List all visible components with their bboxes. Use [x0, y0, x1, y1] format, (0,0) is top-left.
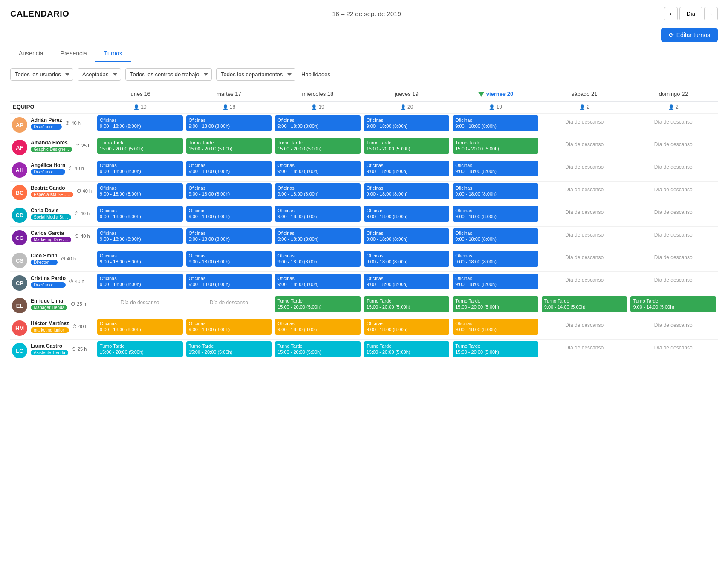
shift-block-9-0[interactable]: Oficinas 9:00 - 18:00 (8:00h) [97, 319, 183, 335]
shift-block-4-4[interactable]: Oficinas 9:00 - 18:00 (8:00h) [453, 206, 538, 222]
shift-block-0-1[interactable]: Oficinas 9:00 - 18:00 (8:00h) [186, 115, 272, 131]
shift-block-1-2[interactable]: Turno Tarde 15:00 - 20:00 (5:00h) [275, 138, 361, 154]
shift-cell-7-2[interactable]: Oficinas 9:00 - 18:00 (8:00h) [273, 272, 362, 294]
edit-turnos-button[interactable]: ⟳ Editar turnos [661, 28, 718, 42]
shift-cell-6-1[interactable]: Oficinas 9:00 - 18:00 (8:00h) [185, 249, 274, 272]
shift-block-3-0[interactable]: Oficinas 9:00 - 18:00 (8:00h) [97, 183, 183, 199]
shift-cell-1-3[interactable]: Turno Tarde 15:00 - 20:00 (5:00h) [362, 136, 451, 159]
shift-block-3-2[interactable]: Oficinas 9:00 - 18:00 (8:00h) [275, 183, 361, 199]
shift-block-6-0[interactable]: Oficinas 9:00 - 18:00 (8:00h) [97, 251, 183, 267]
shift-cell-1-2[interactable]: Turno Tarde 15:00 - 20:00 (5:00h) [273, 136, 362, 159]
shift-cell-2-4[interactable]: Oficinas 9:00 - 18:00 (8:00h) [451, 159, 540, 182]
shift-block-8-3[interactable]: Turno Tarde 15:00 - 20:00 (5:00h) [364, 296, 450, 312]
shift-block-2-0[interactable]: Oficinas 9:00 - 18:00 (8:00h) [97, 161, 183, 176]
shift-block-10-4[interactable]: Turno Tarde 15:00 - 20:00 (5:00h) [453, 341, 538, 357]
shift-block-2-2[interactable]: Oficinas 9:00 - 18:00 (8:00h) [275, 161, 361, 176]
shift-cell-7-0[interactable]: Oficinas 9:00 - 18:00 (8:00h) [95, 272, 185, 294]
shift-cell-1-1[interactable]: Turno Tarde 15:00 - 20:00 (5:00h) [185, 136, 274, 159]
shift-block-3-1[interactable]: Oficinas 9:00 - 18:00 (8:00h) [186, 183, 272, 199]
shift-block-1-4[interactable]: Turno Tarde 15:00 - 20:00 (5:00h) [453, 138, 538, 154]
shift-block-2-3[interactable]: Oficinas 9:00 - 18:00 (8:00h) [364, 161, 450, 176]
shift-cell-6-3[interactable]: Oficinas 9:00 - 18:00 (8:00h) [362, 249, 451, 272]
shift-block-6-1[interactable]: Oficinas 9:00 - 18:00 (8:00h) [186, 251, 272, 267]
shift-block-0-2[interactable]: Oficinas 9:00 - 18:00 (8:00h) [275, 115, 361, 131]
shift-block-6-3[interactable]: Oficinas 9:00 - 18:00 (8:00h) [364, 251, 450, 267]
shift-cell-4-1[interactable]: Oficinas 9:00 - 18:00 (8:00h) [185, 204, 274, 227]
shift-cell-1-0[interactable]: Turno Tarde 15:00 - 20:00 (5:00h) [95, 136, 185, 159]
tab-ausencia[interactable]: Ausencia [10, 46, 52, 62]
shift-cell-2-1[interactable]: Oficinas 9:00 - 18:00 (8:00h) [185, 159, 274, 182]
shift-block-3-4[interactable]: Oficinas 9:00 - 18:00 (8:00h) [453, 183, 538, 199]
shift-block-9-3[interactable]: Oficinas 9:00 - 18:00 (8:00h) [364, 319, 450, 335]
shift-block-2-4[interactable]: Oficinas 9:00 - 18:00 (8:00h) [453, 161, 538, 176]
shift-cell-5-2[interactable]: Oficinas 9:00 - 18:00 (8:00h) [273, 227, 362, 249]
shift-block-10-0[interactable]: Turno Tarde 15:00 - 20:00 (5:00h) [97, 341, 183, 357]
shift-cell-3-0[interactable]: Oficinas 9:00 - 18:00 (8:00h) [95, 182, 185, 204]
shift-block-1-1[interactable]: Turno Tarde 15:00 - 20:00 (5:00h) [186, 138, 272, 154]
shift-cell-9-0[interactable]: Oficinas 9:00 - 18:00 (8:00h) [95, 317, 185, 340]
shift-cell-3-4[interactable]: Oficinas 9:00 - 18:00 (8:00h) [451, 182, 540, 204]
shift-cell-7-3[interactable]: Oficinas 9:00 - 18:00 (8:00h) [362, 272, 451, 294]
shift-cell-8-3[interactable]: Turno Tarde 15:00 - 20:00 (5:00h) [362, 294, 451, 317]
shift-cell-0-1[interactable]: Oficinas 9:00 - 18:00 (8:00h) [185, 114, 274, 136]
shift-cell-4-0[interactable]: Oficinas 9:00 - 18:00 (8:00h) [95, 204, 185, 227]
skills-filter[interactable]: Habilidades [300, 69, 332, 80]
shift-block-3-3[interactable]: Oficinas 9:00 - 18:00 (8:00h) [364, 183, 450, 199]
shift-block-7-1[interactable]: Oficinas 9:00 - 18:00 (8:00h) [186, 274, 272, 289]
shift-cell-3-1[interactable]: Oficinas 9:00 - 18:00 (8:00h) [185, 182, 274, 204]
shift-cell-10-3[interactable]: Turno Tarde 15:00 - 20:00 (5:00h) [362, 340, 451, 362]
shift-block-9-1[interactable]: Oficinas 9:00 - 18:00 (8:00h) [186, 319, 272, 335]
shift-cell-2-2[interactable]: Oficinas 9:00 - 18:00 (8:00h) [273, 159, 362, 182]
shift-cell-0-3[interactable]: Oficinas 9:00 - 18:00 (8:00h) [362, 114, 451, 136]
shift-cell-4-4[interactable]: Oficinas 9:00 - 18:00 (8:00h) [451, 204, 540, 227]
day-button[interactable]: Día [679, 7, 702, 20]
shift-cell-10-0[interactable]: Turno Tarde 15:00 - 20:00 (5:00h) [95, 340, 185, 362]
shift-block-7-2[interactable]: Oficinas 9:00 - 18:00 (8:00h) [275, 274, 361, 289]
shift-block-6-2[interactable]: Oficinas 9:00 - 18:00 (8:00h) [275, 251, 361, 267]
status-filter[interactable]: Aceptadas [78, 68, 121, 81]
departments-filter[interactable]: Todos los departamentos [216, 68, 295, 81]
shift-block-8-2[interactable]: Turno Tarde 15:00 - 20:00 (5:00h) [275, 296, 361, 312]
shift-block-7-4[interactable]: Oficinas 9:00 - 18:00 (8:00h) [453, 274, 538, 289]
shift-cell-6-0[interactable]: Oficinas 9:00 - 18:00 (8:00h) [95, 249, 185, 272]
shift-block-1-3[interactable]: Turno Tarde 15:00 - 20:00 (5:00h) [364, 138, 450, 154]
shift-cell-7-1[interactable]: Oficinas 9:00 - 18:00 (8:00h) [185, 272, 274, 294]
shift-block-5-1[interactable]: Oficinas 9:00 - 18:00 (8:00h) [186, 228, 272, 244]
shift-cell-3-2[interactable]: Oficinas 9:00 - 18:00 (8:00h) [273, 182, 362, 204]
shift-block-4-0[interactable]: Oficinas 9:00 - 18:00 (8:00h) [97, 206, 183, 222]
shift-block-10-1[interactable]: Turno Tarde 15:00 - 20:00 (5:00h) [186, 341, 272, 357]
shift-cell-6-2[interactable]: Oficinas 9:00 - 18:00 (8:00h) [273, 249, 362, 272]
shift-cell-7-4[interactable]: Oficinas 9:00 - 18:00 (8:00h) [451, 272, 540, 294]
shift-cell-10-4[interactable]: Turno Tarde 15:00 - 20:00 (5:00h) [451, 340, 540, 362]
shift-block-10-3[interactable]: Turno Tarde 15:00 - 20:00 (5:00h) [364, 341, 450, 357]
next-button[interactable]: › [704, 7, 718, 20]
shift-cell-4-2[interactable]: Oficinas 9:00 - 18:00 (8:00h) [273, 204, 362, 227]
shift-block-8-5[interactable]: Turno Tarde 9:00 - 14:00 (5:00h) [542, 296, 627, 312]
shift-cell-9-2[interactable]: Oficinas 9:00 - 18:00 (8:00h) [273, 317, 362, 340]
shift-cell-5-4[interactable]: Oficinas 9:00 - 18:00 (8:00h) [451, 227, 540, 249]
shift-cell-5-3[interactable]: Oficinas 9:00 - 18:00 (8:00h) [362, 227, 451, 249]
shift-cell-2-3[interactable]: Oficinas 9:00 - 18:00 (8:00h) [362, 159, 451, 182]
shift-cell-3-3[interactable]: Oficinas 9:00 - 18:00 (8:00h) [362, 182, 451, 204]
shift-block-8-4[interactable]: Turno Tarde 15:00 - 20:00 (5:00h) [453, 296, 538, 312]
shift-cell-0-0[interactable]: Oficinas 9:00 - 18:00 (8:00h) [95, 114, 185, 136]
shift-block-5-4[interactable]: Oficinas 9:00 - 18:00 (8:00h) [453, 228, 538, 244]
shift-block-2-1[interactable]: Oficinas 9:00 - 18:00 (8:00h) [186, 161, 272, 176]
shift-cell-4-3[interactable]: Oficinas 9:00 - 18:00 (8:00h) [362, 204, 451, 227]
shift-cell-1-4[interactable]: Turno Tarde 15:00 - 20:00 (5:00h) [451, 136, 540, 159]
shift-block-7-3[interactable]: Oficinas 9:00 - 18:00 (8:00h) [364, 274, 450, 289]
shift-cell-10-1[interactable]: Turno Tarde 15:00 - 20:00 (5:00h) [185, 340, 274, 362]
prev-button[interactable]: ‹ [664, 7, 678, 20]
shift-block-4-3[interactable]: Oficinas 9:00 - 18:00 (8:00h) [364, 206, 450, 222]
shift-block-8-6[interactable]: Turno Tarde 9:00 - 14:00 (5:00h) [630, 296, 716, 312]
shift-block-4-1[interactable]: Oficinas 9:00 - 18:00 (8:00h) [186, 206, 272, 222]
shift-block-5-0[interactable]: Oficinas 9:00 - 18:00 (8:00h) [97, 228, 183, 244]
shift-block-7-0[interactable]: Oficinas 9:00 - 18:00 (8:00h) [97, 274, 183, 289]
shift-cell-2-0[interactable]: Oficinas 9:00 - 18:00 (8:00h) [95, 159, 185, 182]
shift-block-0-0[interactable]: Oficinas 9:00 - 18:00 (8:00h) [97, 115, 183, 131]
tab-turnos[interactable]: Turnos [95, 46, 131, 62]
tab-presencia[interactable]: Presencia [52, 46, 95, 62]
shift-cell-9-1[interactable]: Oficinas 9:00 - 18:00 (8:00h) [185, 317, 274, 340]
shift-cell-5-0[interactable]: Oficinas 9:00 - 18:00 (8:00h) [95, 227, 185, 249]
shift-block-6-4[interactable]: Oficinas 9:00 - 18:00 (8:00h) [453, 251, 538, 267]
